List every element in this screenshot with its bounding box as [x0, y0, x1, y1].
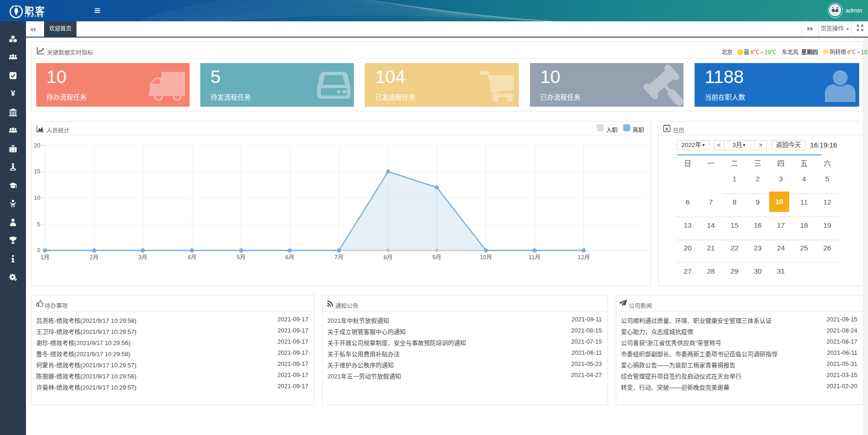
svg-text:15: 15: [34, 168, 40, 175]
svg-text:9月: 9月: [432, 254, 441, 261]
svg-text:10: 10: [34, 195, 40, 201]
svg-text:3月: 3月: [138, 254, 147, 261]
svg-text:8月: 8月: [383, 254, 392, 261]
svg-text:5: 5: [37, 221, 40, 228]
svg-text:10月: 10月: [480, 254, 492, 261]
svg-text:7月: 7月: [334, 254, 343, 261]
svg-text:5月: 5月: [236, 254, 245, 261]
svg-text:11月: 11月: [529, 254, 540, 261]
svg-text:20: 20: [34, 142, 40, 149]
svg-text:1月: 1月: [40, 254, 49, 261]
svg-text:4月: 4月: [187, 254, 196, 261]
svg-text:2月: 2月: [89, 254, 98, 261]
svg-text:12月: 12月: [578, 254, 590, 261]
svg-text:0: 0: [37, 247, 40, 254]
svg-text:6月: 6月: [285, 254, 294, 261]
